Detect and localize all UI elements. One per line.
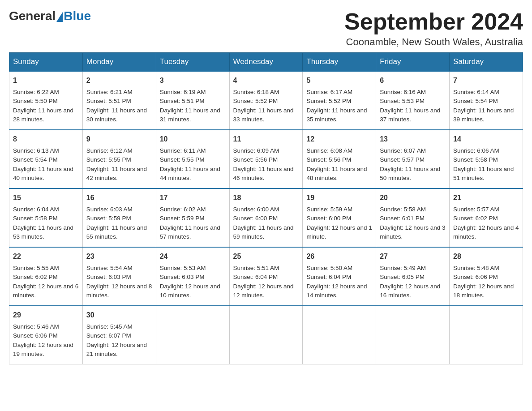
- table-row: 11 Sunrise: 6:09 AM Sunset: 5:56 PM Dayl…: [229, 130, 303, 188]
- title-section: September 2024 Coonamble, New South Wale…: [344, 9, 523, 48]
- col-monday: Monday: [82, 53, 156, 72]
- table-row: 2 Sunrise: 6:21 AM Sunset: 5:51 PM Dayli…: [82, 71, 156, 130]
- table-row: 3 Sunrise: 6:19 AM Sunset: 5:51 PM Dayli…: [156, 71, 229, 130]
- day-number: 10: [160, 134, 226, 145]
- table-row: 8 Sunrise: 6:13 AM Sunset: 5:54 PM Dayli…: [9, 130, 83, 188]
- table-row: 13 Sunrise: 6:07 AM Sunset: 5:57 PM Dayl…: [376, 130, 450, 188]
- calendar-header-row: Sunday Monday Tuesday Wednesday Thursday…: [9, 53, 523, 72]
- sunset-label: Sunset: 6:04 PM: [233, 274, 278, 280]
- day-number: 19: [306, 193, 372, 203]
- sunset-label: Sunset: 5:51 PM: [160, 98, 205, 104]
- table-row: 10 Sunrise: 6:11 AM Sunset: 5:55 PM Dayl…: [156, 130, 229, 188]
- daylight-label: Daylight: 11 hours and 44 minutes.: [160, 166, 220, 181]
- table-row: 28 Sunrise: 5:48 AM Sunset: 6:06 PM Dayl…: [450, 247, 523, 306]
- daylight-label: Daylight: 12 hours and 6 minutes.: [13, 283, 78, 299]
- table-row: 27 Sunrise: 5:49 AM Sunset: 6:05 PM Dayl…: [376, 247, 450, 306]
- daylight-label: Daylight: 12 hours and 10 minutes.: [160, 283, 220, 299]
- day-number: 6: [380, 75, 446, 86]
- day-number: 2: [86, 75, 152, 86]
- table-row: 20 Sunrise: 5:58 AM Sunset: 6:01 PM Dayl…: [376, 188, 450, 247]
- day-number: 24: [160, 251, 226, 262]
- table-row: 29 Sunrise: 5:46 AM Sunset: 6:06 PM Dayl…: [9, 306, 83, 364]
- day-number: 18: [233, 193, 299, 203]
- daylight-label: Daylight: 12 hours and 16 minutes.: [380, 283, 440, 299]
- sunset-label: Sunset: 5:52 PM: [306, 98, 351, 104]
- day-number: 5: [306, 75, 372, 86]
- location-text: Coonamble, New South Wales, Australia: [344, 36, 523, 48]
- table-row: 7 Sunrise: 6:14 AM Sunset: 5:54 PM Dayli…: [450, 71, 523, 130]
- daylight-label: Daylight: 12 hours and 18 minutes.: [453, 283, 514, 299]
- sunrise-label: Sunrise: 6:09 AM: [233, 147, 279, 154]
- table-row: 5 Sunrise: 6:17 AM Sunset: 5:52 PM Dayli…: [303, 71, 376, 130]
- sunrise-label: Sunrise: 6:00 AM: [233, 206, 279, 213]
- sunrise-label: Sunrise: 6:03 AM: [86, 206, 133, 213]
- col-tuesday: Tuesday: [156, 53, 229, 72]
- sunrise-label: Sunrise: 5:51 AM: [233, 265, 279, 271]
- daylight-label: Daylight: 12 hours and 8 minutes.: [86, 283, 152, 299]
- sunrise-label: Sunrise: 6:06 AM: [453, 147, 499, 154]
- day-number: 13: [380, 134, 446, 145]
- sunset-label: Sunset: 5:58 PM: [453, 156, 498, 163]
- calendar-table: Sunday Monday Tuesday Wednesday Thursday…: [9, 52, 523, 364]
- logo-general-text: General: [9, 9, 56, 23]
- col-friday: Friday: [376, 53, 450, 72]
- sunrise-label: Sunrise: 6:08 AM: [306, 147, 352, 154]
- day-number: 16: [86, 193, 152, 203]
- sunset-label: Sunset: 5:50 PM: [13, 98, 58, 104]
- daylight-label: Daylight: 11 hours and 28 minutes.: [13, 107, 73, 123]
- daylight-label: Daylight: 11 hours and 46 minutes.: [233, 166, 294, 181]
- table-row: 26 Sunrise: 5:50 AM Sunset: 6:04 PM Dayl…: [303, 247, 376, 306]
- sunset-label: Sunset: 6:07 PM: [86, 332, 131, 339]
- day-number: 26: [306, 251, 372, 262]
- calendar-week-row: 22 Sunrise: 5:55 AM Sunset: 6:02 PM Dayl…: [9, 247, 523, 306]
- day-number: 27: [380, 251, 446, 262]
- col-wednesday: Wednesday: [229, 53, 303, 72]
- daylight-label: Daylight: 12 hours and 14 minutes.: [306, 283, 367, 299]
- daylight-label: Daylight: 11 hours and 59 minutes.: [233, 224, 294, 240]
- sunset-label: Sunset: 5:56 PM: [233, 156, 278, 163]
- day-number: 11: [233, 134, 299, 145]
- calendar-week-row: 1 Sunrise: 6:22 AM Sunset: 5:50 PM Dayli…: [9, 71, 523, 130]
- daylight-label: Daylight: 12 hours and 1 minute.: [306, 224, 372, 240]
- day-number: 14: [453, 134, 519, 145]
- daylight-label: Daylight: 12 hours and 12 minutes.: [233, 283, 294, 299]
- sunset-label: Sunset: 6:03 PM: [160, 274, 205, 280]
- sunrise-label: Sunrise: 5:58 AM: [380, 206, 426, 213]
- day-number: 25: [233, 251, 299, 262]
- table-row: 4 Sunrise: 6:18 AM Sunset: 5:52 PM Dayli…: [229, 71, 303, 130]
- day-number: 1: [13, 75, 79, 86]
- logo-triangle-icon: [56, 12, 63, 22]
- day-number: 7: [453, 75, 519, 86]
- daylight-label: Daylight: 11 hours and 51 minutes.: [453, 166, 514, 181]
- sunset-label: Sunset: 6:06 PM: [453, 274, 498, 280]
- day-number: 3: [160, 75, 226, 86]
- table-row: 23 Sunrise: 5:54 AM Sunset: 6:03 PM Dayl…: [82, 247, 156, 306]
- table-row: 17 Sunrise: 6:02 AM Sunset: 5:59 PM Dayl…: [156, 188, 229, 247]
- col-sunday: Sunday: [9, 53, 83, 72]
- table-row: [229, 306, 303, 364]
- sunrise-label: Sunrise: 6:11 AM: [160, 147, 206, 154]
- sunrise-label: Sunrise: 5:59 AM: [306, 206, 352, 213]
- daylight-label: Daylight: 11 hours and 39 minutes.: [453, 107, 514, 123]
- sunset-label: Sunset: 6:05 PM: [380, 274, 425, 280]
- sunrise-label: Sunrise: 6:19 AM: [160, 89, 206, 95]
- logo: General Blue: [9, 9, 91, 23]
- table-row: [376, 306, 450, 364]
- sunrise-label: Sunrise: 6:02 AM: [160, 206, 206, 213]
- sunrise-label: Sunrise: 6:21 AM: [86, 89, 133, 95]
- sunset-label: Sunset: 6:00 PM: [233, 215, 278, 222]
- table-row: 15 Sunrise: 6:04 AM Sunset: 5:58 PM Dayl…: [9, 188, 83, 247]
- table-row: 21 Sunrise: 5:57 AM Sunset: 6:02 PM Dayl…: [450, 188, 523, 247]
- daylight-label: Daylight: 12 hours and 4 minutes.: [453, 224, 519, 240]
- sunrise-label: Sunrise: 6:07 AM: [380, 147, 426, 154]
- sunrise-label: Sunrise: 6:17 AM: [306, 89, 352, 95]
- sunset-label: Sunset: 6:02 PM: [13, 274, 58, 280]
- sunset-label: Sunset: 5:59 PM: [160, 215, 205, 222]
- sunset-label: Sunset: 5:54 PM: [453, 98, 498, 104]
- page-header: General Blue September 2024 Coonamble, N…: [9, 9, 523, 48]
- calendar-week-row: 8 Sunrise: 6:13 AM Sunset: 5:54 PM Dayli…: [9, 130, 523, 188]
- sunrise-label: Sunrise: 6:18 AM: [233, 89, 279, 95]
- table-row: 9 Sunrise: 6:12 AM Sunset: 5:55 PM Dayli…: [82, 130, 156, 188]
- sunrise-label: Sunrise: 5:54 AM: [86, 265, 133, 271]
- sunrise-label: Sunrise: 5:55 AM: [13, 265, 59, 271]
